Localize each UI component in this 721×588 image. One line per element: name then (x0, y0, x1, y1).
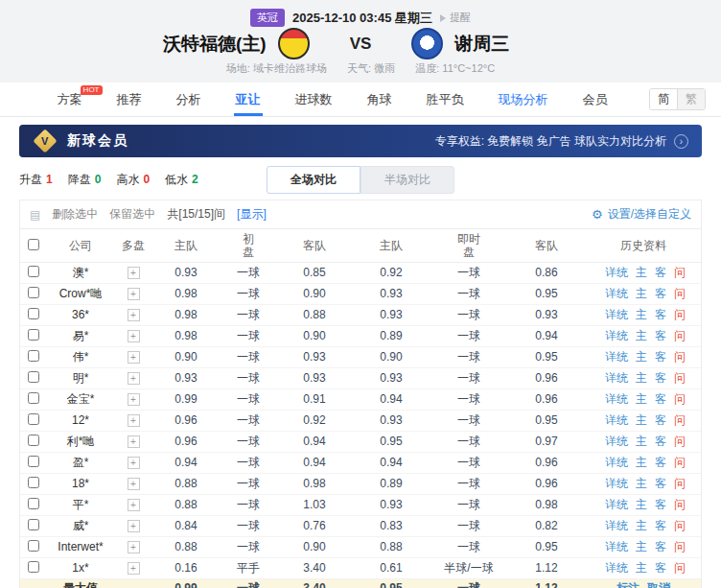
history-link-主[interactable]: 主 (636, 308, 647, 321)
company-name[interactable]: 金宝* (67, 392, 95, 406)
ask-link[interactable]: 问 (674, 329, 686, 342)
nav-tab-胜平负[interactable]: 胜平负 (427, 82, 464, 116)
history-link-客[interactable]: 客 (655, 435, 666, 448)
company-name[interactable]: 伟* (73, 350, 89, 364)
history-link-详统[interactable]: 详统 (605, 456, 628, 469)
lang-traditional-button[interactable]: 繁 (677, 89, 705, 109)
expand-multi-button[interactable]: + (128, 267, 140, 279)
history-link-详统[interactable]: 详统 (605, 540, 628, 553)
nav-tab-亚让[interactable]: 亚让 (236, 82, 261, 116)
expand-multi-button[interactable]: + (128, 309, 140, 321)
ask-link[interactable]: 问 (674, 371, 686, 385)
expand-multi-button[interactable]: + (128, 562, 140, 575)
ask-link[interactable]: 问 (674, 435, 686, 448)
reminder-link[interactable]: 提醒 (440, 11, 471, 25)
row-checkbox[interactable] (28, 456, 39, 467)
company-name[interactable]: 明* (73, 371, 89, 385)
row-checkbox[interactable] (28, 392, 39, 404)
history-link-主[interactable]: 主 (636, 519, 647, 532)
expand-multi-button[interactable]: + (128, 393, 140, 406)
cancel-link[interactable]: 取消 (647, 581, 670, 588)
history-link-客[interactable]: 客 (655, 329, 666, 342)
expand-multi-button[interactable]: + (128, 288, 140, 300)
nav-tab-会员[interactable]: 会员 (583, 82, 608, 116)
company-name[interactable]: 平* (73, 498, 89, 511)
row-checkbox[interactable] (28, 477, 39, 488)
row-checkbox[interactable] (28, 519, 39, 530)
history-link-详统[interactable]: 详统 (605, 308, 628, 321)
history-link-客[interactable]: 客 (655, 350, 666, 364)
history-link-详统[interactable]: 详统 (605, 477, 628, 490)
history-link-客[interactable]: 客 (655, 392, 666, 406)
ask-link[interactable]: 问 (674, 561, 686, 575)
row-checkbox[interactable] (28, 413, 39, 425)
history-link-详统[interactable]: 详统 (605, 519, 628, 532)
company-name[interactable]: 36* (72, 308, 89, 321)
history-link-主[interactable]: 主 (636, 413, 647, 427)
nav-tab-分析[interactable]: 分析 (176, 82, 201, 116)
history-link-主[interactable]: 主 (636, 287, 647, 300)
expand-multi-button[interactable]: + (128, 457, 140, 469)
history-link-详统[interactable]: 详统 (605, 371, 628, 385)
expand-multi-button[interactable]: + (128, 351, 140, 364)
vip-banner[interactable]: V 新球会员 专享权益: 免费解锁 免广告 球队实力对比分析 › (19, 125, 702, 157)
company-name[interactable]: 18* (72, 477, 89, 490)
tab-half-match[interactable]: 半场对比 (360, 166, 454, 194)
ask-link[interactable]: 问 (674, 287, 686, 300)
company-name[interactable]: 利*哋 (67, 435, 95, 448)
history-link-客[interactable]: 客 (655, 456, 666, 469)
history-link-客[interactable]: 客 (655, 561, 666, 575)
company-name[interactable]: Interwet* (58, 540, 103, 553)
expand-multi-button[interactable]: + (128, 435, 140, 448)
expand-multi-button[interactable]: + (128, 478, 140, 490)
nav-tab-现场分析[interactable]: 现场分析 (499, 82, 548, 116)
select-all-checkbox[interactable] (28, 239, 39, 250)
history-link-主[interactable]: 主 (636, 561, 647, 575)
company-name[interactable]: 1x* (72, 561, 88, 575)
ask-link[interactable]: 问 (674, 540, 686, 553)
history-link-主[interactable]: 主 (636, 350, 647, 364)
ask-link[interactable]: 问 (674, 477, 686, 490)
expand-multi-button[interactable]: + (128, 414, 140, 427)
history-link-主[interactable]: 主 (636, 266, 647, 279)
history-link-详统[interactable]: 详统 (605, 287, 628, 300)
delete-selected-button[interactable]: 删除选中 (52, 206, 98, 223)
row-checkbox[interactable] (28, 329, 39, 341)
history-link-详统[interactable]: 详统 (605, 561, 628, 575)
nav-tab-推荐[interactable]: 推荐 (117, 82, 142, 116)
company-name[interactable]: 12* (72, 413, 89, 427)
history-link-主[interactable]: 主 (636, 392, 647, 406)
history-link-主[interactable]: 主 (636, 371, 647, 385)
expand-multi-button[interactable]: + (128, 520, 140, 532)
row-checkbox[interactable] (28, 308, 39, 319)
expand-multi-button[interactable]: + (128, 541, 140, 553)
history-link-主[interactable]: 主 (636, 435, 647, 448)
history-link-客[interactable]: 客 (655, 287, 666, 300)
history-link-客[interactable]: 客 (655, 498, 666, 511)
history-link-客[interactable]: 客 (655, 371, 666, 385)
show-link[interactable]: [显示] (237, 206, 267, 223)
history-link-客[interactable]: 客 (655, 477, 666, 490)
ask-link[interactable]: 问 (674, 392, 686, 406)
nav-tab-方案[interactable]: 方案HOT (58, 82, 82, 116)
history-link-主[interactable]: 主 (636, 540, 647, 553)
company-name[interactable]: 盈* (73, 456, 89, 469)
history-link-详统[interactable]: 详统 (605, 329, 628, 342)
history-link-详统[interactable]: 详统 (605, 266, 628, 279)
row-checkbox[interactable] (28, 498, 39, 509)
history-link-详统[interactable]: 详统 (605, 350, 628, 364)
row-checkbox[interactable] (28, 435, 39, 446)
nav-tab-进球数[interactable]: 进球数 (295, 82, 333, 116)
company-name[interactable]: 威* (73, 519, 89, 532)
row-checkbox[interactable] (28, 266, 39, 277)
ask-link[interactable]: 问 (674, 308, 686, 321)
history-link-客[interactable]: 客 (655, 413, 666, 427)
company-name[interactable]: 澳* (73, 266, 89, 279)
row-checkbox[interactable] (28, 287, 39, 298)
history-link-详统[interactable]: 详统 (605, 413, 628, 427)
keep-selected-button[interactable]: 保留选中 (109, 206, 155, 223)
company-name[interactable]: 易* (73, 329, 89, 342)
expand-multi-button[interactable]: + (128, 499, 140, 511)
history-link-主[interactable]: 主 (636, 477, 647, 490)
ask-link[interactable]: 问 (674, 350, 686, 364)
